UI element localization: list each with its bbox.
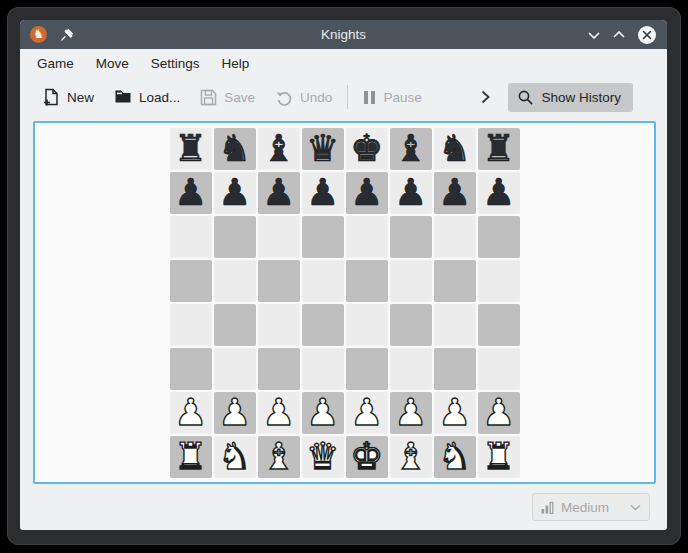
white-bishop-piece: ♝ [394, 436, 427, 478]
board-square[interactable] [346, 348, 388, 390]
black-knight-piece: ♞ [438, 128, 471, 170]
board-square[interactable]: ♟ [302, 172, 344, 214]
board-square[interactable] [170, 304, 212, 346]
board-square[interactable]: ♝ [390, 436, 432, 478]
undo-arrow-icon [275, 89, 293, 106]
black-queen-piece: ♛ [306, 128, 339, 170]
board-square[interactable] [478, 216, 520, 258]
board-square[interactable]: ♞ [214, 436, 256, 478]
board-square[interactable] [346, 260, 388, 302]
new-button[interactable]: New [37, 83, 100, 111]
board-square[interactable]: ♟ [390, 392, 432, 434]
board-square[interactable]: ♜ [170, 128, 212, 170]
board-square[interactable] [214, 348, 256, 390]
white-knight-piece: ♞ [218, 436, 251, 478]
board-square[interactable]: ♜ [478, 436, 520, 478]
board-square[interactable] [390, 304, 432, 346]
board-square[interactable]: ♟ [434, 392, 476, 434]
search-icon [517, 89, 534, 106]
board-square[interactable] [434, 348, 476, 390]
board-square[interactable]: ♟ [390, 172, 432, 214]
black-pawn-piece: ♟ [306, 172, 339, 214]
board-square[interactable] [302, 216, 344, 258]
board-square[interactable]: ♛ [302, 128, 344, 170]
board-square[interactable] [346, 304, 388, 346]
menu-settings[interactable]: Settings [151, 56, 200, 71]
board-square[interactable] [478, 348, 520, 390]
board-square[interactable]: ♞ [434, 436, 476, 478]
board-square[interactable] [390, 216, 432, 258]
board-square[interactable] [390, 260, 432, 302]
board-square[interactable] [302, 304, 344, 346]
board-square[interactable]: ♝ [390, 128, 432, 170]
board-square[interactable]: ♛ [302, 436, 344, 478]
show-history-button[interactable]: Show History [508, 83, 633, 112]
board-square[interactable]: ♟ [214, 392, 256, 434]
black-knight-piece: ♞ [218, 128, 251, 170]
white-pawn-piece: ♟ [174, 392, 207, 434]
black-pawn-piece: ♟ [350, 172, 383, 214]
board-square[interactable] [478, 260, 520, 302]
board-square[interactable] [258, 260, 300, 302]
board-square[interactable]: ♟ [434, 172, 476, 214]
board-square[interactable] [302, 348, 344, 390]
board-square[interactable]: ♜ [170, 436, 212, 478]
board-square[interactable] [390, 348, 432, 390]
board-square[interactable]: ♟ [214, 172, 256, 214]
new-document-icon [43, 88, 60, 106]
close-button[interactable] [638, 26, 656, 44]
board-square[interactable]: ♟ [346, 172, 388, 214]
board-square[interactable]: ♟ [478, 172, 520, 214]
menu-help[interactable]: Help [222, 56, 250, 71]
board-square[interactable] [434, 304, 476, 346]
board-square[interactable]: ♟ [478, 392, 520, 434]
minimize-button[interactable] [588, 31, 600, 39]
board-square[interactable] [170, 260, 212, 302]
board-square[interactable]: ♟ [170, 392, 212, 434]
black-pawn-piece: ♟ [482, 172, 515, 214]
board-square[interactable] [258, 348, 300, 390]
black-pawn-piece: ♟ [394, 172, 427, 214]
board-square[interactable]: ♝ [258, 128, 300, 170]
save-button: Save [194, 84, 261, 111]
board-square[interactable] [258, 304, 300, 346]
pause-icon [363, 90, 376, 105]
board-square[interactable]: ♚ [346, 436, 388, 478]
board-square[interactable]: ♟ [302, 392, 344, 434]
white-pawn-piece: ♟ [350, 392, 383, 434]
bottom-bar: Medium [20, 484, 667, 530]
board-square[interactable] [434, 260, 476, 302]
board-square[interactable] [214, 216, 256, 258]
chevron-right-icon [481, 90, 490, 104]
board-square[interactable] [258, 216, 300, 258]
black-bishop-piece: ♝ [394, 128, 427, 170]
board-square[interactable] [170, 348, 212, 390]
board-square[interactable]: ♞ [214, 128, 256, 170]
white-pawn-piece: ♟ [306, 392, 339, 434]
white-pawn-piece: ♟ [438, 392, 471, 434]
board-square[interactable] [302, 260, 344, 302]
board-square[interactable]: ♟ [258, 172, 300, 214]
board-square[interactable]: ♟ [346, 392, 388, 434]
board-square[interactable] [434, 216, 476, 258]
board-square[interactable] [346, 216, 388, 258]
black-pawn-piece: ♟ [438, 172, 471, 214]
toolbar-overflow-button[interactable] [475, 86, 496, 108]
board-square[interactable]: ♜ [478, 128, 520, 170]
difficulty-value: Medium [561, 500, 609, 515]
white-rook-piece: ♜ [174, 436, 207, 478]
load-button[interactable]: Load... [108, 84, 186, 110]
board-square[interactable]: ♚ [346, 128, 388, 170]
board-square[interactable]: ♞ [434, 128, 476, 170]
menu-game[interactable]: Game [37, 56, 74, 71]
board-square[interactable] [478, 304, 520, 346]
board-square[interactable]: ♟ [258, 392, 300, 434]
board-square[interactable] [170, 216, 212, 258]
board-square[interactable] [214, 260, 256, 302]
maximize-button[interactable] [613, 31, 625, 39]
board-square[interactable]: ♝ [258, 436, 300, 478]
menu-move[interactable]: Move [96, 56, 129, 71]
board-square[interactable] [214, 304, 256, 346]
chess-board: ♜♞♝♛♚♝♞♜♟♟♟♟♟♟♟♟♟♟♟♟♟♟♟♟♜♞♝♛♚♝♞♜ [170, 128, 520, 478]
board-square[interactable]: ♟ [170, 172, 212, 214]
